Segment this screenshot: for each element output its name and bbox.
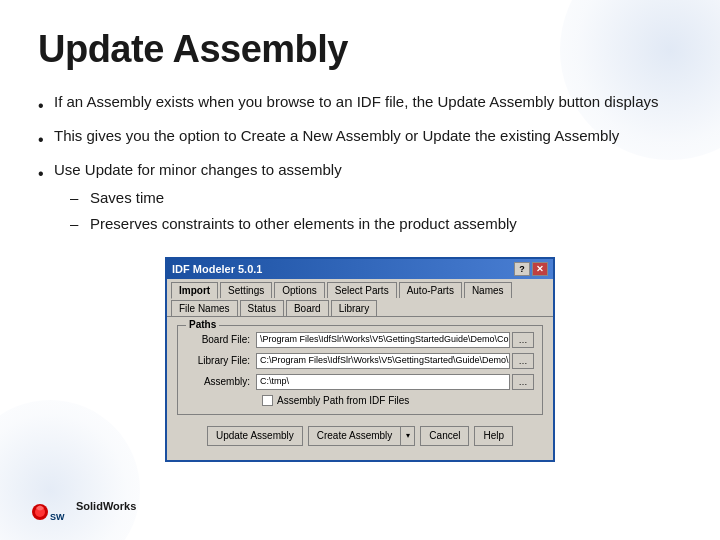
checkbox-label: Assembly Path from IDF Files <box>277 395 409 406</box>
library-file-browse-button[interactable]: … <box>512 353 534 369</box>
tabs-row: Import Settings Options Select Parts Aut… <box>167 279 553 317</box>
bullet-dot-1: • <box>38 94 54 117</box>
sub-dash-1: – <box>70 187 86 209</box>
assembly-input[interactable]: C:\tmp\ <box>256 374 510 390</box>
create-assembly-button[interactable]: Create Assembly <box>308 426 402 446</box>
titlebar-buttons: ? ✕ <box>514 262 548 276</box>
tab-board[interactable]: Board <box>286 300 329 316</box>
dialog-action-buttons: Update Assembly Create Assembly ▾ Cancel… <box>177 422 543 452</box>
sub-text-2: Preserves constraints to other elements … <box>90 213 517 235</box>
dialog-wrapper: IDF Modeler 5.0.1 ? ✕ Import Settings Op… <box>38 257 682 462</box>
create-assembly-dropdown-arrow[interactable]: ▾ <box>401 426 415 446</box>
bullet-dot-2: • <box>38 128 54 151</box>
board-file-browse-button[interactable]: … <box>512 332 534 348</box>
assembly-label: Assembly: <box>186 376 256 387</box>
update-assembly-button[interactable]: Update Assembly <box>207 426 303 446</box>
solidworks-logo-text: SolidWorks <box>76 500 136 513</box>
library-file-row: Library File: C:\Program Files\IdfSlr\Wo… <box>186 353 534 369</box>
sub-bullet-list: – Saves time – Preserves constraints to … <box>70 187 517 235</box>
assembly-browse-button[interactable]: … <box>512 374 534 390</box>
cancel-button[interactable]: Cancel <box>420 426 469 446</box>
solidworks-ds-icon: SW <box>30 488 68 526</box>
bullet-text-3: Use Update for minor changes to assembly <box>54 161 342 178</box>
help-titlebar-button[interactable]: ? <box>514 262 530 276</box>
sub-dash-2: – <box>70 213 86 235</box>
tab-auto-parts[interactable]: Auto-Parts <box>399 282 462 298</box>
sub-bullet-2: – Preserves constraints to other element… <box>70 213 517 235</box>
bullet-text-2: This gives you the option to Create a Ne… <box>54 125 619 147</box>
board-file-input[interactable]: \Program Files\IdfSlr\Works\V5\GettingSt… <box>256 332 510 348</box>
solidworks-label: SolidWorks <box>76 500 136 513</box>
board-file-label: Board File: <box>186 334 256 345</box>
tab-import[interactable]: Import <box>171 282 218 299</box>
group-box-title: Paths <box>186 319 219 330</box>
tab-select-parts[interactable]: Select Parts <box>327 282 397 298</box>
bullet-list: • If an Assembly exists when you browse … <box>38 91 682 239</box>
logo-area: SW SolidWorks <box>30 488 136 526</box>
sub-bullet-1: – Saves time <box>70 187 517 209</box>
library-file-input[interactable]: C:\Program Files\IdfSlr\Works\V5\Getting… <box>256 353 510 369</box>
paths-group-box: Paths Board File: \Program Files\IdfSlr\… <box>177 325 543 415</box>
tab-options[interactable]: Options <box>274 282 324 298</box>
svg-text:SW: SW <box>50 512 65 522</box>
help-button[interactable]: Help <box>474 426 513 446</box>
tab-names[interactable]: Names <box>464 282 512 298</box>
bullet-item-3: • Use Update for minor changes to assemb… <box>38 159 682 238</box>
bullet-dot-3: • <box>38 162 54 185</box>
bullet-item-2: • This gives you the option to Create a … <box>38 125 682 151</box>
library-file-label: Library File: <box>186 355 256 366</box>
dialog-body: Paths Board File: \Program Files\IdfSlr\… <box>167 317 553 460</box>
tab-file-names[interactable]: File Names <box>171 300 238 316</box>
tab-settings[interactable]: Settings <box>220 282 272 298</box>
assembly-path-checkbox[interactable] <box>262 395 273 406</box>
tab-library[interactable]: Library <box>331 300 378 316</box>
create-assembly-group: Create Assembly ▾ <box>308 426 416 446</box>
tab-status[interactable]: Status <box>240 300 284 316</box>
idf-dialog: IDF Modeler 5.0.1 ? ✕ Import Settings Op… <box>165 257 555 462</box>
dialog-titlebar: IDF Modeler 5.0.1 ? ✕ <box>167 259 553 279</box>
bullet-item-1: • If an Assembly exists when you browse … <box>38 91 682 117</box>
checkbox-row: Assembly Path from IDF Files <box>262 395 534 406</box>
dialog-title: IDF Modeler 5.0.1 <box>172 263 262 275</box>
close-titlebar-button[interactable]: ✕ <box>532 262 548 276</box>
assembly-row: Assembly: C:\tmp\ … <box>186 374 534 390</box>
page-title: Update Assembly <box>38 28 682 71</box>
sub-text-1: Saves time <box>90 187 164 209</box>
board-file-row: Board File: \Program Files\IdfSlr\Works\… <box>186 332 534 348</box>
bullet-text-1: If an Assembly exists when you browse to… <box>54 91 658 113</box>
